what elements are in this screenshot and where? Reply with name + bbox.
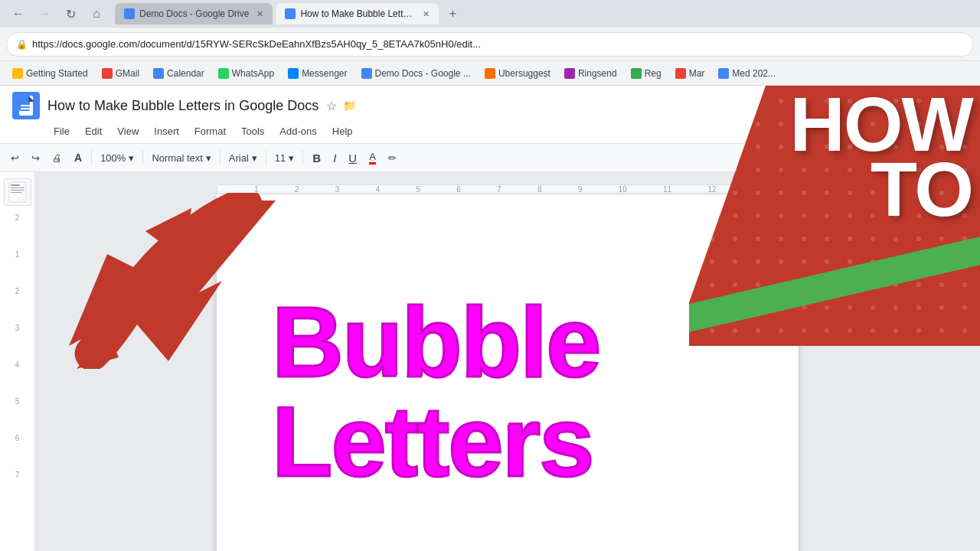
font-size-chevron: ▾ — [289, 152, 294, 164]
ruler-mark-11: 11 — [663, 185, 671, 194]
menu-insert[interactable]: Insert — [148, 122, 185, 140]
tab2-close[interactable]: ✕ — [423, 9, 430, 19]
toolbar-divider-3 — [220, 150, 220, 165]
tab2-favicon — [285, 8, 296, 19]
ruler-mark-6: 6 — [456, 185, 461, 194]
save-status: All changes saved in Drive — [851, 100, 968, 112]
ruler-top: 1 2 3 4 5 6 7 8 9 10 11 12 13 — [217, 184, 799, 194]
ruler-mark-8: 8 — [537, 185, 542, 194]
bookmark-med[interactable]: Med 202... — [712, 67, 782, 80]
svg-rect-9 — [11, 190, 24, 191]
highlight-button[interactable]: ✏ — [384, 147, 401, 168]
bookmark-label-6: Ubersuggest — [498, 68, 550, 79]
bookmark-whatsapp[interactable]: WhatsApp — [212, 67, 280, 80]
bookmark-label-0: Getting Started — [26, 68, 88, 79]
bookmarks-bar: Getting Started GMail Calendar WhatsApp … — [0, 61, 980, 86]
ruler-num-1: 1 — [15, 249, 20, 285]
doc-scroll[interactable]: 1 2 3 4 5 6 7 8 9 10 11 12 13 — [35, 172, 980, 551]
ruler-numbers: 2 1 2 3 4 5 6 7 — [15, 212, 20, 506]
font-label: Arial — [229, 152, 249, 164]
svg-rect-5 — [21, 111, 28, 112]
ruler-mark-13: 13 — [753, 185, 761, 194]
zoom-label: 100% — [100, 152, 126, 164]
bookmark-getting-started[interactable]: Getting Started — [6, 67, 94, 80]
ruler-marks: 1 2 3 4 5 6 7 8 9 10 11 12 13 — [254, 185, 761, 194]
home-button[interactable]: ⌂ — [84, 2, 109, 26]
italic-button[interactable]: I — [328, 147, 341, 168]
print-button[interactable]: 🖨 — [47, 147, 67, 168]
bold-button[interactable]: B — [308, 147, 325, 168]
menu-format[interactable]: Format — [188, 122, 232, 140]
tab1-close[interactable]: ✕ — [256, 9, 263, 19]
tab-demo-docs[interactable]: Demo Docs - Google Drive ✕ — [115, 3, 273, 24]
redo-button[interactable]: ↪ — [27, 147, 44, 168]
ruler-num-5: 5 — [15, 396, 20, 432]
forward-button[interactable]: → — [32, 2, 57, 26]
ruler-mark-10: 10 — [619, 185, 627, 194]
ruler-num-2b: 2 — [15, 285, 20, 322]
menu-help[interactable]: Help — [326, 122, 359, 140]
svg-rect-8 — [11, 187, 24, 188]
bookmark-label-7: Ringsend — [578, 68, 617, 79]
undo-button[interactable]: ↩ — [6, 147, 24, 168]
bookmark-gmail[interactable]: GMail — [96, 67, 145, 80]
paint-format-button[interactable]: A — [70, 147, 87, 168]
bookmark-label-2: Calendar — [167, 68, 204, 79]
address-text: https://docs.google.com/document/d/15RYW… — [32, 38, 481, 50]
bookmark-reg[interactable]: Reg — [625, 67, 668, 80]
star-icon[interactable]: ☆ — [326, 99, 337, 113]
style-chevron: ▾ — [206, 152, 211, 164]
zoom-chevron: ▾ — [129, 152, 134, 164]
zoom-select[interactable]: 100% ▾ — [96, 147, 138, 168]
tab1-favicon — [124, 8, 135, 19]
tab2-label: How to Make Bubble Letters ... — [300, 8, 415, 19]
menu-view[interactable]: View — [111, 122, 145, 140]
lock-icon: 🔒 — [16, 39, 28, 50]
menu-addons[interactable]: Add-ons — [273, 122, 322, 140]
bookmark-label-10: Med 202... — [732, 68, 776, 79]
text-color-button[interactable]: A — [364, 147, 381, 168]
tab-bubble-letters[interactable]: How to Make Bubble Letters ... ✕ — [276, 3, 439, 24]
ruler-mark-9: 9 — [578, 185, 583, 194]
doc-area: 2 1 2 3 4 5 6 7 1 2 3 — [0, 172, 980, 551]
ruler-num-7: 7 — [15, 469, 20, 506]
menu-edit[interactable]: Edit — [79, 122, 108, 140]
font-size-select[interactable]: 11 ▾ — [271, 147, 298, 168]
back-button[interactable]: ← — [6, 2, 31, 26]
left-panel: 2 1 2 3 4 5 6 7 — [0, 172, 35, 551]
bubble-letters-text: Bubble Letters — [272, 292, 743, 491]
bookmark-label-4: Messenger — [302, 68, 347, 79]
svg-rect-7 — [11, 184, 20, 186]
bookmark-ringsend[interactable]: Ringsend — [558, 67, 623, 80]
toolbar: ↩ ↪ 🖨 A 100% ▾ Normal text ▾ Arial ▾ — [0, 144, 980, 172]
underline-button[interactable]: U — [344, 147, 361, 168]
bookmark-calendar[interactable]: Calendar — [147, 67, 211, 80]
bookmark-messenger[interactable]: Messenger — [282, 67, 353, 80]
menu-file[interactable]: File — [47, 122, 76, 140]
ruler-mark-4: 4 — [376, 185, 381, 194]
address-bar[interactable]: 🔒 https://docs.google.com/document/d/15R… — [6, 32, 974, 57]
font-chevron: ▾ — [252, 152, 257, 164]
ruler-num-3: 3 — [15, 322, 20, 359]
doc-thumbnail[interactable] — [4, 178, 31, 206]
bookmark-ubersuggest[interactable]: Ubersuggest — [479, 67, 557, 80]
paint-format-icon: A — [74, 152, 82, 164]
svg-rect-4 — [21, 108, 31, 109]
reload-button[interactable]: ↻ — [58, 2, 83, 26]
ruler-num-2: 2 — [15, 212, 20, 249]
svg-rect-10 — [11, 192, 22, 193]
bookmark-mar[interactable]: Mar — [669, 67, 711, 80]
folder-icon[interactable]: 📁 — [343, 99, 356, 112]
tab1-label: Demo Docs - Google Drive — [139, 8, 249, 19]
doc-page[interactable]: Bubble Letters — [217, 194, 799, 551]
toolbar-divider-4 — [266, 150, 266, 165]
title-bar: ← → ↻ ⌂ Demo Docs - Google Drive ✕ How t… — [0, 0, 980, 28]
style-select[interactable]: Normal text ▾ — [148, 147, 214, 168]
new-tab-button[interactable]: + — [442, 3, 463, 24]
font-select[interactable]: Arial ▾ — [225, 147, 261, 168]
ruler-num-4: 4 — [15, 359, 20, 396]
bookmark-demo-docs[interactable]: Demo Docs - Google ... — [355, 67, 477, 80]
menu-tools[interactable]: Tools — [235, 122, 270, 140]
docs-content-area: How to Make Bubble Letters in Google Doc… — [0, 86, 980, 551]
menu-bar: File Edit View Insert Format Tools Add-o… — [12, 122, 968, 143]
